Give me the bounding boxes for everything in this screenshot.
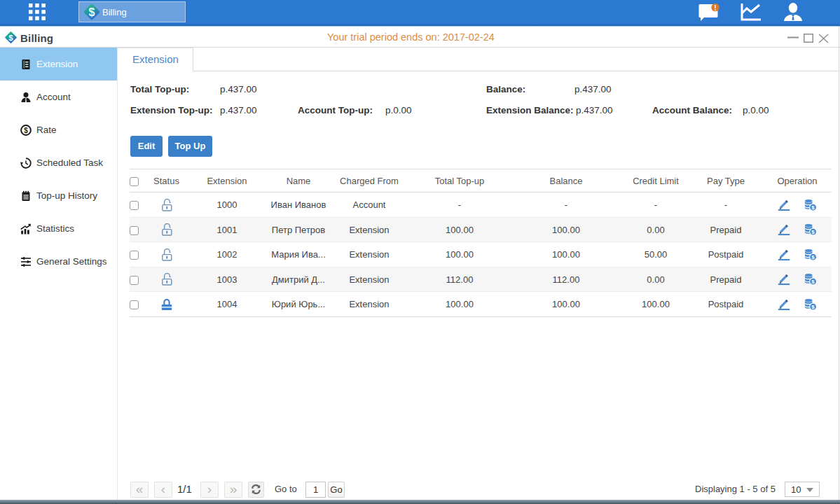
svg-text:$: $ xyxy=(24,126,28,134)
svg-text:$: $ xyxy=(811,279,815,285)
svg-text:$: $ xyxy=(811,204,815,211)
svg-text:!: ! xyxy=(714,4,716,12)
svg-text:$: $ xyxy=(89,6,95,18)
svg-text:$: $ xyxy=(811,229,815,235)
svg-text:$: $ xyxy=(811,254,815,260)
svg-text:$: $ xyxy=(811,304,815,310)
svg-text:$: $ xyxy=(8,34,13,42)
